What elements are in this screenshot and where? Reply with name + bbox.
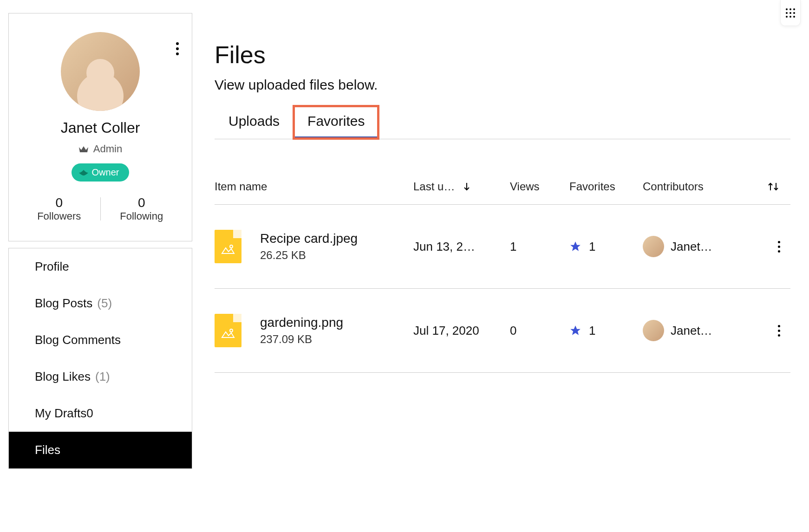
th-contributors[interactable]: Contributors — [643, 180, 763, 193]
nav-files[interactable]: Files — [9, 432, 192, 468]
tabs: Uploads Favorites — [215, 106, 790, 139]
file-views: 0 — [510, 324, 566, 338]
contributor-name: Janet… — [671, 324, 712, 338]
contributor-avatar — [643, 320, 664, 341]
nav-blog-likes[interactable]: Blog Likes(1) — [9, 358, 192, 395]
profile-name: Janet Coller — [18, 119, 183, 136]
kebab-icon — [778, 325, 780, 337]
svg-point-0 — [230, 245, 233, 248]
avatar — [61, 32, 140, 111]
page-title: Files — [215, 41, 790, 69]
row-menu-button[interactable] — [767, 325, 790, 337]
image-file-icon — [215, 314, 241, 347]
following-count: 0 — [101, 195, 183, 210]
arrow-down-icon — [463, 182, 470, 191]
sidebar-nav: Profile Blog Posts(5) Blog Comments Blog… — [8, 248, 192, 469]
owner-label: Owner — [92, 167, 119, 178]
tab-uploads[interactable]: Uploads — [215, 106, 294, 139]
following-label: Following — [101, 210, 183, 222]
file-contributor[interactable]: Janet… — [643, 320, 763, 341]
star-icon[interactable] — [569, 324, 581, 337]
th-sort[interactable] — [767, 182, 790, 191]
file-name: Recipe card.jpeg — [260, 231, 358, 246]
contributor-avatar — [643, 236, 664, 257]
file-contributor[interactable]: Janet… — [643, 236, 763, 257]
following-stat[interactable]: 0 Following — [101, 195, 183, 222]
followers-count: 0 — [18, 195, 100, 210]
image-file-icon — [215, 230, 241, 263]
nav-blog-posts[interactable]: Blog Posts(5) — [9, 285, 192, 322]
apps-grip-button[interactable] — [780, 0, 801, 26]
sort-icon — [767, 182, 779, 191]
contributor-name: Janet… — [671, 240, 712, 254]
kebab-icon — [778, 241, 780, 253]
crown-icon — [78, 145, 89, 153]
grip-icon — [786, 8, 795, 18]
file-fav-count: 1 — [589, 240, 595, 254]
th-last-updated[interactable]: Last u… — [413, 180, 506, 193]
files-table: Item name Last u… Views Favorites Contri… — [215, 169, 790, 373]
row-menu-button[interactable] — [767, 241, 790, 253]
kebab-icon — [176, 42, 179, 55]
followers-stat[interactable]: 0 Followers — [18, 195, 100, 222]
nav-profile[interactable]: Profile — [9, 248, 192, 285]
leaf-icon — [79, 169, 88, 176]
file-size: 26.25 KB — [260, 249, 358, 262]
owner-badge: Owner — [72, 163, 130, 182]
svg-point-1 — [230, 329, 233, 332]
profile-menu-button[interactable] — [176, 42, 179, 55]
role-label: Admin — [93, 143, 122, 155]
th-favorites[interactable]: Favorites — [569, 180, 639, 193]
nav-blog-comments[interactable]: Blog Comments — [9, 322, 192, 358]
table-row[interactable]: gardening.png 237.09 KB Jul 17, 2020 0 1… — [215, 289, 790, 373]
profile-card: Janet Coller Admin Owner 0 Followers 0 F… — [8, 13, 192, 241]
star-icon[interactable] — [569, 240, 581, 253]
file-last-updated: Jul 17, 2020 — [413, 324, 506, 338]
nav-my-drafts[interactable]: My Drafts0 — [9, 395, 192, 432]
tab-favorites[interactable]: Favorites — [294, 106, 378, 139]
file-fav-count: 1 — [589, 324, 595, 338]
file-last-updated: Jun 13, 2… — [413, 240, 506, 254]
page-subtitle: View uploaded files below. — [215, 77, 790, 93]
file-name: gardening.png — [260, 315, 343, 330]
file-views: 1 — [510, 240, 566, 254]
followers-label: Followers — [18, 210, 100, 222]
file-size: 237.09 KB — [260, 333, 343, 346]
table-header: Item name Last u… Views Favorites Contri… — [215, 169, 790, 205]
table-row[interactable]: Recipe card.jpeg 26.25 KB Jun 13, 2… 1 1… — [215, 205, 790, 289]
th-views[interactable]: Views — [510, 180, 566, 193]
th-item-name[interactable]: Item name — [215, 180, 410, 193]
role-line: Admin — [18, 143, 183, 155]
